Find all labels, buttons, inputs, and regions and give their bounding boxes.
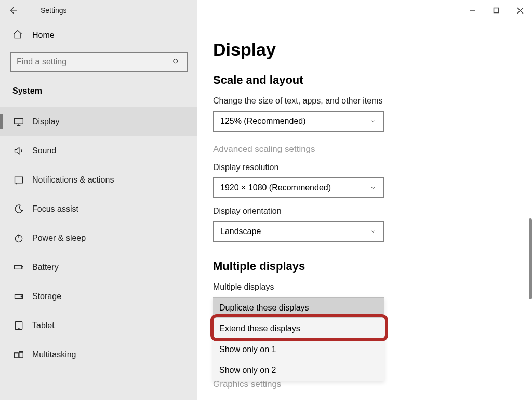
- power-icon: [11, 233, 26, 243]
- chevron-down-icon: [369, 228, 377, 235]
- sidebar-item-label: Sound: [32, 146, 56, 156]
- dropdown-option-duplicate[interactable]: Duplicate these displays: [213, 298, 384, 318]
- sidebar-item-display[interactable]: Display: [0, 107, 197, 136]
- sidebar-item-focus-assist[interactable]: Focus assist: [0, 195, 197, 224]
- sidebar-item-label: Display: [32, 117, 59, 126]
- sidebar-item-sound[interactable]: Sound: [0, 136, 197, 165]
- app-title: Settings: [41, 6, 67, 15]
- monitor-icon: [11, 117, 26, 127]
- sidebar-item-label: Storage: [32, 292, 61, 301]
- combo-resolution[interactable]: 1920 × 1080 (Recommended): [213, 177, 384, 198]
- sidebar-item-label: Notifications & actions: [32, 175, 114, 185]
- category-label: System: [0, 81, 197, 107]
- svg-rect-5: [15, 266, 22, 269]
- back-button[interactable]: [0, 0, 26, 21]
- sidebar-item-tablet[interactable]: Tablet: [0, 311, 197, 340]
- sidebar-item-label: Multitasking: [32, 350, 76, 359]
- dropdown-option-extend[interactable]: Extend these displays: [213, 318, 384, 339]
- sound-icon: [11, 146, 26, 156]
- home-link[interactable]: Home: [0, 21, 197, 50]
- svg-point-7: [21, 296, 22, 297]
- scrollbar-thumb[interactable]: [529, 218, 532, 299]
- storage-icon: [11, 291, 26, 302]
- moon-icon: [11, 204, 26, 214]
- label-resolution: Display resolution: [213, 163, 530, 172]
- svg-rect-2: [15, 118, 23, 124]
- chevron-down-icon: [369, 184, 377, 191]
- notifications-icon: [11, 175, 26, 185]
- sidebar-item-power-sleep[interactable]: Power & sleep: [0, 224, 197, 253]
- dropdown-option-show1[interactable]: Show only on 1: [213, 339, 384, 360]
- dropdown-option-show2[interactable]: Show only on 2: [213, 360, 384, 381]
- battery-icon: [11, 262, 26, 273]
- sidebar: Home System Display Sound: [0, 21, 197, 400]
- sidebar-item-storage[interactable]: Storage: [0, 282, 197, 311]
- section-scale-layout: Scale and layout: [213, 73, 530, 87]
- svg-rect-3: [15, 177, 23, 183]
- home-label: Home: [32, 31, 55, 40]
- sidebar-item-label: Focus assist: [32, 204, 78, 214]
- combo-value: Landscape: [220, 227, 261, 236]
- content-area: Display Scale and layout Change the size…: [197, 21, 532, 400]
- label-orientation: Display orientation: [213, 207, 530, 216]
- multitasking-icon: [11, 350, 26, 360]
- section-multiple-displays: Multiple displays: [213, 260, 530, 273]
- sidebar-nav: Display Sound Notifications & actions Fo…: [0, 107, 197, 369]
- search-field[interactable]: [17, 57, 171, 67]
- sidebar-item-battery[interactable]: Battery: [0, 253, 197, 282]
- sidebar-item-notifications[interactable]: Notifications & actions: [0, 165, 197, 195]
- minimize-button[interactable]: [460, 0, 484, 21]
- maximize-button[interactable]: [484, 0, 508, 21]
- page-title: Display: [213, 40, 530, 60]
- svg-point-1: [174, 59, 178, 63]
- link-graphics-settings[interactable]: Graphics settings: [213, 379, 530, 390]
- combo-value: 125% (Recommended): [220, 117, 306, 126]
- combo-text-size[interactable]: 125% (Recommended): [213, 111, 384, 132]
- svg-rect-10: [19, 351, 23, 358]
- sidebar-item-label: Power & sleep: [32, 234, 86, 243]
- titlebar: Settings: [0, 0, 532, 21]
- svg-rect-9: [15, 353, 19, 358]
- label-multiple-displays: Multiple displays: [213, 282, 530, 292]
- tablet-icon: [11, 320, 26, 331]
- sidebar-item-multitasking[interactable]: Multitasking: [0, 340, 197, 369]
- sidebar-item-label: Tablet: [32, 321, 55, 330]
- home-icon: [12, 29, 23, 42]
- svg-rect-0: [494, 8, 499, 13]
- combo-value: 1920 × 1080 (Recommended): [220, 183, 331, 192]
- search-input[interactable]: [10, 52, 188, 72]
- close-button[interactable]: [508, 0, 532, 21]
- label-text-size: Change the size of text, apps, and other…: [213, 96, 530, 106]
- search-icon: [171, 58, 181, 66]
- combo-orientation[interactable]: Landscape: [213, 221, 384, 242]
- dropdown-multiple-displays[interactable]: Duplicate these displays Extend these di…: [213, 297, 384, 381]
- link-advanced-scaling[interactable]: Advanced scaling settings: [213, 144, 530, 154]
- sidebar-item-label: Battery: [32, 263, 59, 272]
- chevron-down-icon: [369, 118, 377, 125]
- window-controls: [460, 0, 532, 21]
